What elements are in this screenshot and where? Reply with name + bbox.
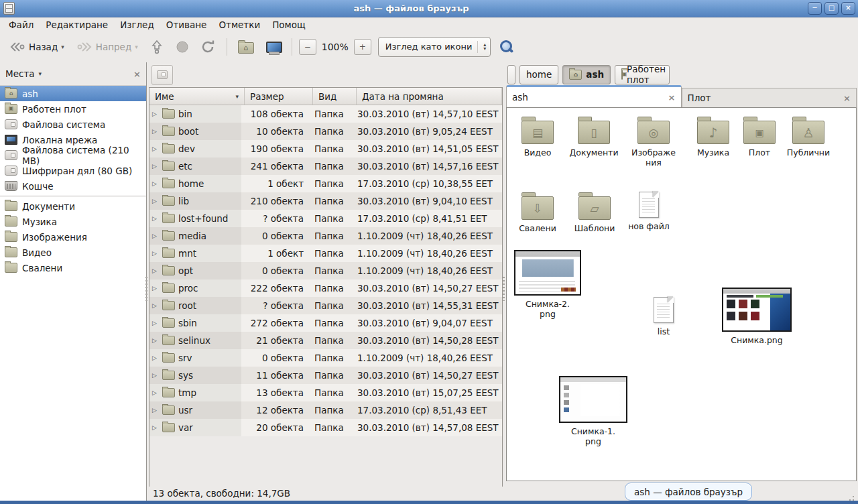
path-button[interactable]: ash (562, 65, 611, 84)
tab[interactable]: ash × (506, 85, 682, 107)
table-row[interactable]: home 1 обект Папка 17.03.2010 (ср) 10,38… (149, 175, 502, 192)
column-header-kind[interactable]: Вид (313, 88, 357, 105)
expander-icon[interactable] (152, 285, 159, 292)
forward-button[interactable]: Напред ▾ (72, 38, 142, 56)
home-button[interactable] (234, 37, 258, 56)
sidebar-splitter[interactable] (144, 62, 149, 481)
expander-icon[interactable] (152, 302, 159, 309)
column-header-size[interactable]: Размер (245, 88, 313, 105)
stop-button[interactable] (172, 38, 193, 56)
reload-button[interactable] (197, 38, 220, 56)
path-button[interactable]: home (519, 65, 558, 84)
expander-icon[interactable] (152, 267, 159, 274)
file-item[interactable]: Изображения (626, 116, 681, 168)
file-item[interactable]: list (646, 297, 681, 336)
sidebar-item[interactable]: Изображения (0, 229, 146, 245)
table-row[interactable]: tmp 13 обекта Папка 30.03.2010 (вт) 15,0… (149, 384, 502, 401)
menu-item[interactable]: Отиване (160, 18, 213, 32)
menu-item[interactable]: Отметки (212, 18, 266, 32)
menu-item[interactable]: Изглед (114, 18, 160, 32)
expander-icon[interactable] (152, 337, 159, 344)
zoom-out-button[interactable]: − (299, 39, 316, 55)
path-button[interactable]: Работен плот (615, 65, 670, 84)
sidebar-combo-arrow-icon[interactable]: ▾ (39, 70, 42, 77)
table-row[interactable]: mnt 1 обект Папка 1.10.2009 (чт) 18,40,2… (149, 245, 502, 262)
file-item[interactable]: Свалени (512, 192, 563, 233)
table-row[interactable]: usr 12 обекта Папка 17.03.2010 (ср) 8,51… (149, 401, 502, 419)
minimize-button[interactable]: ─ (808, 2, 822, 15)
sidebar-item[interactable]: Свалени (0, 260, 146, 275)
file-item[interactable]: Снимка-1.png (556, 376, 630, 446)
expander-icon[interactable] (152, 163, 159, 170)
zoom-in-button[interactable]: + (354, 39, 371, 55)
tab-close-icon[interactable]: × (668, 92, 676, 103)
file-item[interactable]: Видео (512, 116, 563, 158)
sidebar-item[interactable]: ash (0, 86, 146, 101)
window-resize-grip[interactable] (843, 487, 855, 499)
tab[interactable]: Плот × (682, 88, 857, 107)
expander-icon[interactable] (152, 372, 159, 379)
back-button[interactable]: Назад ▾ (5, 38, 68, 56)
expander-icon[interactable] (152, 198, 159, 204)
expander-icon[interactable] (152, 128, 159, 135)
expander-icon[interactable] (152, 355, 159, 361)
menu-item[interactable]: Файл (3, 18, 40, 32)
table-row[interactable]: sys 11 обекта Папка 30.03.2010 (вт) 14,5… (149, 367, 502, 384)
expander-icon[interactable] (152, 407, 159, 414)
sidebar-item[interactable]: Файлова система (0, 117, 146, 132)
menu-item[interactable]: Редактиране (40, 18, 114, 32)
table-row[interactable]: boot 10 обекта Папка 30.03.2010 (вт) 9,0… (149, 123, 502, 140)
file-item[interactable]: Музика (689, 116, 737, 158)
table-row[interactable]: opt 0 обекта Папка 1.10.2009 (чт) 18,40,… (149, 262, 502, 279)
view-mode-select[interactable]: Изглед като икони ▴▾ (378, 37, 491, 57)
expander-icon[interactable] (152, 180, 159, 187)
close-button[interactable]: × (841, 2, 855, 15)
file-item[interactable]: Снимка-2.png (513, 250, 582, 319)
file-item[interactable]: Снимка.png (720, 288, 794, 345)
icon-view[interactable]: Видео Документи Изображения Музика Плот (506, 107, 857, 481)
search-button[interactable] (500, 40, 515, 54)
back-history-chevron-icon[interactable]: ▾ (61, 44, 64, 50)
sidebar-title[interactable]: Места (5, 68, 35, 79)
file-item[interactable]: Документи (566, 116, 622, 158)
file-item[interactable]: Публични (782, 116, 835, 158)
sidebar-close-icon[interactable]: × (133, 69, 141, 79)
table-row[interactable]: root ? обекта Папка 30.03.2010 (вт) 14,5… (149, 297, 502, 314)
expander-icon[interactable] (152, 111, 159, 117)
table-row[interactable]: etc 241 обекта Папка 30.03.2010 (вт) 14,… (149, 158, 502, 175)
sidebar-item[interactable]: Видео (0, 245, 146, 260)
expander-icon[interactable] (152, 389, 159, 396)
file-item[interactable]: Шаблони (568, 192, 621, 233)
column-header-date[interactable]: Дата на промяна (357, 88, 502, 105)
table-row[interactable]: sbin 272 обекта Папка 30.03.2010 (вт) 9,… (149, 314, 502, 332)
pane-splitter[interactable] (501, 62, 506, 481)
table-row[interactable]: proc 222 обекта Папка 30.03.2010 (вт) 14… (149, 279, 502, 297)
sidebar-item[interactable]: Работен плот (0, 101, 146, 117)
column-header-name[interactable]: Име ▾ (149, 88, 245, 105)
up-button[interactable] (146, 37, 168, 57)
window-titlebar[interactable]: ash — файлов браузър ─ □ × (0, 0, 858, 17)
table-row[interactable]: var 20 обекта Папка 30.03.2010 (вт) 14,5… (149, 419, 502, 436)
expander-icon[interactable] (152, 233, 159, 239)
tab-close-icon[interactable]: × (843, 93, 851, 103)
expander-icon[interactable] (152, 250, 159, 257)
table-row[interactable]: bin 108 обекта Папка 30.03.2010 (вт) 14,… (149, 105, 502, 123)
sidebar-item[interactable]: Кошче (0, 178, 146, 194)
expander-icon[interactable] (152, 145, 159, 152)
table-row[interactable]: dev 190 обекта Папка 30.03.2010 (вт) 14,… (149, 140, 502, 158)
computer-button[interactable] (262, 38, 285, 56)
table-row[interactable]: media 0 обекта Папка 1.10.2009 (чт) 18,4… (149, 227, 502, 245)
sidebar-item[interactable]: Музика (0, 214, 146, 229)
sidebar-item[interactable]: Шифриран дял (80 GB) (0, 163, 146, 178)
sidebar-item[interactable]: Документи (0, 198, 146, 214)
filesystem-root-button[interactable] (151, 65, 173, 85)
table-row[interactable]: lib 210 обекта Папка 30.03.2010 (вт) 9,0… (149, 192, 502, 210)
file-item[interactable]: Плот (739, 116, 780, 158)
maximize-button[interactable]: □ (824, 2, 839, 15)
table-row[interactable]: lost+found ? обекта Папка 17.03.2010 (ср… (149, 210, 502, 227)
menu-item[interactable]: Помощ (266, 18, 312, 32)
path-button[interactable] (507, 65, 515, 84)
sidebar-item[interactable]: Файлова система (210 MB) (0, 147, 146, 163)
table-row[interactable]: srv 0 обекта Папка 1.10.2009 (чт) 18,40,… (149, 349, 502, 367)
table-row[interactable]: selinux 21 обекта Папка 30.03.2010 (вт) … (149, 332, 502, 349)
